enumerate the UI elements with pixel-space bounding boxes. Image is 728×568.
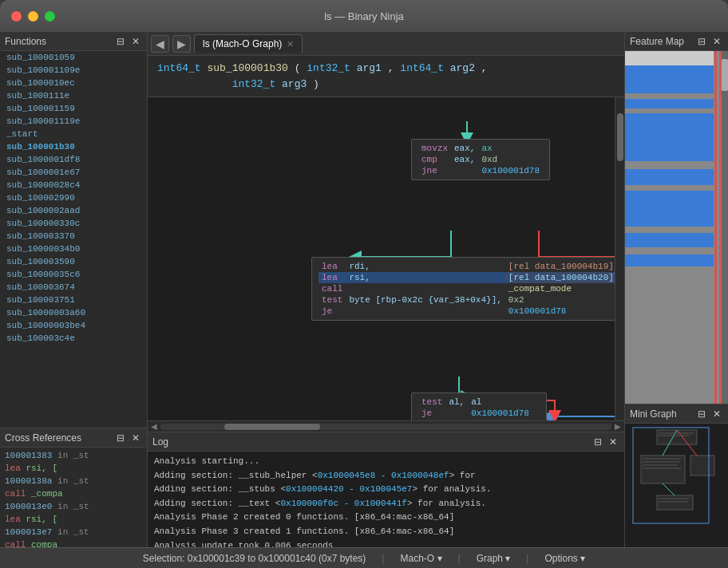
- function-item[interactable]: sub_100001109e: [0, 64, 147, 77]
- maximize-button[interactable]: [45, 11, 55, 22]
- graph-hscroll[interactable]: ◀ ▶: [148, 420, 624, 432]
- function-item[interactable]: sub_1000111e: [0, 89, 147, 102]
- xref-item[interactable]: 1000013e0 in _st: [0, 500, 147, 513]
- function-item[interactable]: sub_100003751: [0, 294, 147, 306]
- sig-param2-name: arg2: [450, 62, 475, 74]
- fmap-blue-4: [625, 169, 714, 185]
- tab-mach-o-graph[interactable]: ls (Mach-O Graph) ✕: [194, 34, 303, 53]
- log-content[interactable]: Analysis starting...Adding section: __st…: [148, 452, 624, 547]
- hscroll-left-btn[interactable]: ◀: [148, 422, 160, 431]
- function-item[interactable]: sub_100001159: [0, 102, 147, 115]
- xref-item[interactable]: lea rsi, [: [0, 513, 147, 526]
- function-item[interactable]: sub_100002990: [0, 191, 147, 204]
- log-close-icon[interactable]: ✕: [607, 436, 619, 448]
- svg-rect-2: [641, 456, 685, 483]
- fmap-scrollbar[interactable]: [722, 51, 728, 404]
- function-item[interactable]: sub_10000003be4: [0, 319, 147, 332]
- log-line: Analysis starting...: [154, 455, 618, 469]
- function-item[interactable]: sub_100003370: [0, 230, 147, 243]
- tab-close-icon[interactable]: ✕: [287, 39, 294, 49]
- cross-ref-close-icon[interactable]: ✕: [129, 432, 142, 444]
- function-item[interactable]: sub_100001059: [0, 51, 147, 64]
- status-options-arrow: ▾: [580, 553, 585, 564]
- status-selection: Selection: 0x100001c39 to 0x100001c40 (0…: [143, 553, 366, 564]
- table-row: call _compat_mode: [318, 283, 624, 294]
- graph-node-1[interactable]: movzx eax, ax cmp eax, 0xd jne 0x10: [411, 139, 550, 180]
- fmap-blue-6: [625, 233, 714, 247]
- table-row: cmp eax, 0xd: [418, 154, 543, 165]
- function-item[interactable]: sub_10000003a60: [0, 306, 147, 319]
- feature-map-lock-icon[interactable]: ⊟: [695, 35, 708, 48]
- feature-map-header: Feature Map ⊟ ✕: [625, 32, 728, 51]
- mini-graph-panel: Mini Graph ⊟ ✕: [625, 404, 728, 547]
- mini-graph-lock-icon[interactable]: ⊟: [695, 408, 708, 420]
- titlebar: ls — Binary Ninja: [0, 0, 728, 32]
- hscroll-track[interactable]: [160, 424, 611, 430]
- functions-header-icons: ⊟ ✕: [114, 35, 142, 48]
- fmap-blue-2: [625, 99, 714, 108]
- mini-graph-close-icon[interactable]: ✕: [710, 408, 723, 420]
- xref-item[interactable]: call compa: [0, 538, 147, 547]
- function-item[interactable]: sub_100001b30: [0, 140, 147, 153]
- xref-item[interactable]: call _compa: [0, 487, 147, 500]
- cross-references-header: Cross References ⊟ ✕: [0, 428, 147, 448]
- close-button[interactable]: [11, 11, 22, 22]
- status-view-dropdown[interactable]: Graph ▾: [477, 553, 511, 564]
- sig-param3-type: int32_t: [232, 78, 276, 90]
- status-arch-dropdown[interactable]: Mach-O ▾: [400, 553, 441, 564]
- mini-graph-svg: [625, 424, 728, 547]
- functions-lock-icon[interactable]: ⊟: [114, 35, 127, 48]
- function-item[interactable]: sub_100003674: [0, 281, 147, 294]
- feature-map-content[interactable]: [625, 51, 728, 404]
- functions-close-icon[interactable]: ✕: [129, 35, 142, 48]
- xref-item[interactable]: 1000013e7 in _st: [0, 526, 147, 538]
- table-row: test byte [rbp-0x2c {var_38+0x4}], 0x2: [318, 294, 624, 306]
- left-sidebar: Functions ⊟ ✕ sub_100001059sub_100001109…: [0, 32, 148, 547]
- cross-ref-lock-icon[interactable]: ⊟: [114, 432, 127, 444]
- minimize-button[interactable]: [28, 11, 38, 22]
- function-item[interactable]: sub_100001119e: [0, 115, 147, 128]
- graph-node-2[interactable]: lea rdi, [rel data_100004b19] {"bin/ls"}…: [311, 257, 624, 321]
- xref-item[interactable]: 100001383 in _st: [0, 449, 147, 462]
- back-button[interactable]: ◀: [151, 35, 169, 53]
- functions-list[interactable]: sub_100001059sub_100001109esub_1000010ec…: [0, 51, 147, 428]
- graph-vscroll[interactable]: [615, 97, 624, 420]
- function-item[interactable]: sub_100003590: [0, 255, 147, 268]
- feature-map-header-icons: ⊟ ✕: [695, 35, 723, 48]
- xref-item[interactable]: lea rsi, [: [0, 462, 147, 475]
- feature-map-close-icon[interactable]: ✕: [710, 35, 723, 48]
- log-label: Log: [152, 436, 168, 448]
- mini-graph-content[interactable]: [625, 424, 728, 547]
- function-item[interactable]: sub_10000034b0: [0, 243, 147, 255]
- function-item[interactable]: sub_1000010ec: [0, 77, 147, 89]
- graph-area[interactable]: movzx eax, ax cmp eax, 0xd jne 0x10: [148, 97, 624, 420]
- fmap-red-1: [714, 51, 717, 404]
- fmap-scrollbar-thumb[interactable]: [722, 59, 728, 91]
- function-item[interactable]: sub_100000330c: [0, 217, 147, 230]
- function-item[interactable]: sub_10000028c4: [0, 179, 147, 191]
- feature-map-panel: Feature Map ⊟ ✕: [625, 32, 728, 404]
- graph-vscroll-thumb[interactable]: [617, 113, 623, 161]
- forward-button[interactable]: ▶: [172, 35, 191, 53]
- feature-map-label: Feature Map: [630, 36, 684, 47]
- cross-references-list[interactable]: 100001383 in _st lea rsi, [ 10000138a in…: [0, 448, 147, 547]
- sig-param1-name: arg1: [357, 62, 382, 74]
- hscroll-thumb[interactable]: [224, 424, 320, 430]
- log-lock-icon[interactable]: ⊟: [592, 436, 604, 448]
- function-item[interactable]: sub_1000001df8: [0, 153, 147, 166]
- hscroll-right-btn[interactable]: ▶: [611, 422, 624, 431]
- mini-graph-header-icons: ⊟ ✕: [695, 408, 723, 420]
- graph-node-4[interactable]: test al, al je 0x100001d78: [411, 392, 547, 420]
- function-item[interactable]: sub_10000035c6: [0, 268, 147, 281]
- function-item[interactable]: sub_1000002aad: [0, 204, 147, 217]
- function-item[interactable]: sub_100003c4e: [0, 332, 147, 345]
- function-item[interactable]: _start: [0, 128, 147, 140]
- function-item[interactable]: sub_1000001e67: [0, 166, 147, 179]
- xref-item[interactable]: 10000138a in _st: [0, 475, 147, 487]
- status-arch-arrow: ▾: [437, 553, 442, 564]
- table-row: je 0x100001d78: [318, 306, 624, 317]
- graph-container[interactable]: movzx eax, ax cmp eax, 0xd jne 0x10: [148, 97, 624, 432]
- window-title: ls — Binary Ninja: [324, 10, 404, 22]
- status-options-dropdown[interactable]: Options ▾: [544, 553, 585, 564]
- table-row: test al, al: [418, 396, 532, 408]
